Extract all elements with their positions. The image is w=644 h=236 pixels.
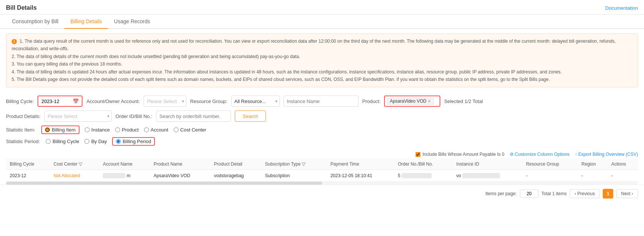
radio-billing-period[interactable]: Billing Period [112,137,155,146]
radio-instance[interactable]: Instance [85,127,110,133]
statistic-item-label: Statistic Item: [6,127,35,133]
blurred-account-name [103,173,125,178]
col-order-bill-no: Order No./Bill No. [394,158,453,170]
col-account-name: Account Name [99,158,150,170]
resource-group-wrapper: All Resource... [231,96,280,107]
cell-cost-center: Not Allocated [50,170,99,182]
blurred-order-no [402,173,432,178]
export-icon: ↑ [575,152,577,157]
previous-button[interactable]: ‹ Previous [570,189,600,198]
total-label: Total 1 items [542,191,567,196]
horizontal-scrollbar[interactable] [6,182,638,185]
product-tag: ApsaraVideo VOD ✕ [387,98,434,105]
col-billing-cycle: Billing Cycle [6,158,50,170]
notice-line-3: 3. You can query billing data of the pre… [12,61,122,67]
col-actions: Actions [608,158,638,170]
product-tag-close[interactable]: ✕ [428,99,431,104]
items-per-page-label: Items per page: [485,191,516,196]
cell-account-name: m [99,170,150,182]
statistic-item-row: Statistic Item: Billing Item Instance Pr… [6,125,638,134]
product-tag-input[interactable]: ApsaraVideo VOD ✕ [384,96,440,107]
radio-billing-item[interactable]: Billing Item [41,125,80,134]
tab-consumption[interactable]: Consumption by Bill [6,15,65,29]
col-subscription-type: Subscription Type ▽ [261,158,327,170]
account-label: Account/Owner Account: [86,99,140,104]
selected-total: Selected 1/2 Total [444,99,483,104]
table-row: 2023-12 Not Allocated m ApsaraVideo VOD … [6,170,638,182]
filter-row-2: Product Details: Please Select Order ID/… [6,111,638,122]
cell-order-bill-no: 5 [394,170,453,182]
page-title: Bill Details [6,4,37,11]
radio-product[interactable]: Product [115,127,139,133]
radio-account[interactable]: Account [144,127,168,133]
notice-icon: i [12,39,17,44]
radio-by-day[interactable]: By Day [84,139,107,144]
statistic-item-options: Billing Item Instance Product Account Co… [41,125,206,134]
notice-line-1: 1. The data query result of the current … [12,39,616,51]
tab-billing-details[interactable]: Billing Details [65,15,108,29]
billing-cycle-label: Billing Cycle: [6,99,34,104]
col-product-detail: Product Detail [210,158,261,170]
tab-usage-records[interactable]: Usage Records [108,15,156,29]
col-cost-center: Cost Center ▽ [50,158,99,170]
cell-region: - [578,170,607,182]
cell-billing-cycle: 2023-12 [6,170,50,182]
cell-product-detail: vodstoragebag [210,170,261,182]
calendar-icon[interactable]: 📅 [73,99,79,104]
table-header-row: Billing Cycle Cost Center ▽ Account Name… [6,158,638,170]
filters-section: Billing Cycle: 2023-12 📅 Account/Owner A… [0,92,644,149]
cell-actions: - [608,170,638,182]
radio-cost-center[interactable]: Cost Center [174,127,206,133]
billing-cycle-input[interactable]: 2023-12 [41,99,71,104]
search-button[interactable]: Search [235,111,266,122]
instance-name-input[interactable] [284,96,359,107]
next-button[interactable]: Next › [616,189,638,198]
notice-line-4: 4. The data of billing details is update… [12,69,562,75]
product-details-label: Product Details: [6,114,41,119]
resource-group-label: Resource Group: [190,99,227,104]
account-select[interactable]: Please Select [144,96,186,107]
statistic-period-label: Statistic Period: [6,139,40,144]
col-region: Region [578,158,607,170]
current-page[interactable]: 1 [603,189,613,199]
notice-line-2: 2. The data of billing details of the cu… [12,54,300,59]
blurred-instance-id [462,173,500,178]
col-resource-group: Resource Group [522,158,578,170]
radio-billing-cycle[interactable]: Billing Cycle [46,139,79,144]
page-size-input[interactable]: 20 [520,190,539,198]
product-details-wrapper: Please Select [44,111,112,122]
statistic-period-row: Statistic Period: Billing Cycle By Day B… [6,137,638,146]
statistic-period-options: Billing Cycle By Day Billing Period [46,137,155,146]
export-billing-link[interactable]: ↑ Export Billing Overview (CSV) [575,152,638,157]
order-search-input[interactable] [156,111,231,122]
notice-line-5: 5. The Bill Details page does not provid… [12,77,550,82]
billing-table: Billing Cycle Cost Center ▽ Account Name… [6,158,638,182]
resource-group-select[interactable]: All Resource... [231,96,280,107]
order-label: Order ID/Bill No.: [116,114,152,119]
pagination-bar: Items per page: 20 Total 1 items ‹ Previ… [0,185,644,202]
cell-payment-time: 2023-12-05 18:10:41 [327,170,394,182]
col-product-name: Product Name [150,158,210,170]
notice-box: i 1. The data query result of the curren… [6,33,638,87]
cell-resource-group: - [522,170,578,182]
gear-icon: ⚙ [510,152,514,157]
include-zero-checkbox[interactable]: Include Bills Whose Amount Payable Is 0 [416,152,504,157]
account-select-wrapper: Please Select [144,96,186,107]
col-payment-time: Payment Time [327,158,394,170]
billing-table-wrapper: Billing Cycle Cost Center ▽ Account Name… [6,158,638,182]
col-instance-id: Instance ID [453,158,522,170]
cell-product-name: ApsaraVideo VOD [150,170,210,182]
cell-subscription-type: Subscription [261,170,327,182]
product-details-select[interactable]: Please Select [44,111,112,122]
customize-columns-link[interactable]: ⚙ Customize Column Options [510,152,570,157]
page-header: Bill Details Documentation [0,0,644,15]
billing-cycle-field[interactable]: 2023-12 📅 [38,96,83,107]
filter-row-1: Billing Cycle: 2023-12 📅 Account/Owner A… [6,96,638,107]
scroll-thumb[interactable] [6,182,322,185]
cell-instance-id: vo [453,170,522,182]
options-bar: Include Bills Whose Amount Payable Is 0 … [0,149,644,158]
tabs-bar: Consumption by Bill Billing Details Usag… [0,15,644,29]
product-label: Product: [362,99,380,104]
documentation-link[interactable]: Documentation [605,5,638,11]
